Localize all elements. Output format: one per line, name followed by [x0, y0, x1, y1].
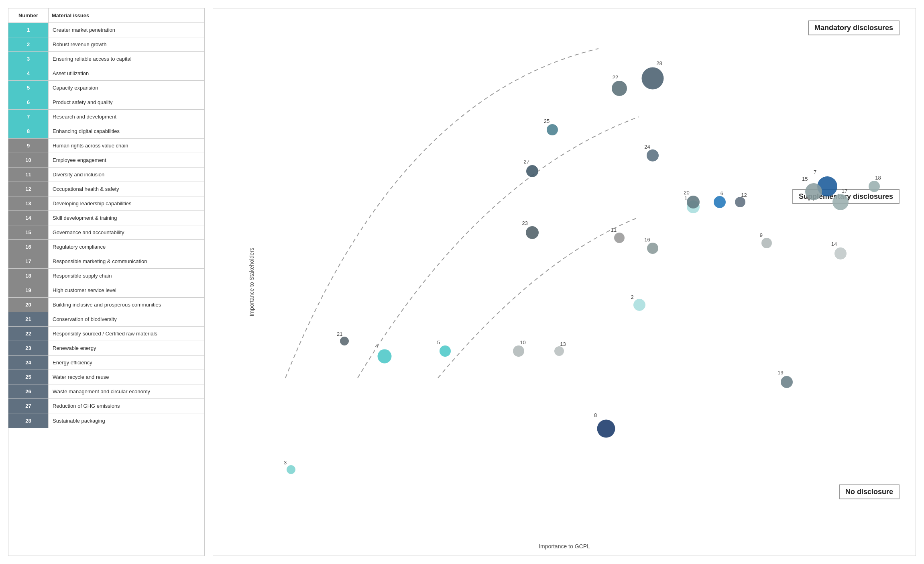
- row-issue: Research and development: [49, 110, 204, 124]
- row-number: 28: [8, 413, 49, 428]
- bubble-label-4: 4: [375, 343, 378, 349]
- bubble-label-25: 25: [544, 118, 550, 124]
- row-issue: Regulatory compliance: [49, 240, 204, 254]
- bubble-label-5: 5: [437, 339, 440, 345]
- bubble-label-27: 27: [524, 158, 529, 164]
- row-issue: Responsibly sourced / Certified raw mate…: [49, 327, 204, 341]
- row-number: 18: [8, 269, 49, 283]
- row-number: 6: [8, 95, 49, 109]
- row-number: 20: [8, 298, 49, 312]
- bubble-label-28: 28: [656, 60, 662, 66]
- bubble-10: [513, 345, 524, 357]
- bubble-label-8: 8: [594, 412, 597, 418]
- table-row: 17Responsible marketing & communication: [8, 254, 204, 269]
- table-row: 18Responsible supply chain: [8, 269, 204, 283]
- table-row: 23Renewable energy: [8, 341, 204, 356]
- row-issue: Asset utilization: [49, 66, 204, 80]
- bubble-label-13: 13: [560, 341, 566, 347]
- bubble-label-18: 18: [875, 175, 881, 181]
- bubble-container: 1234567891011121314151617181920212223242…: [237, 16, 908, 531]
- row-number: 11: [8, 168, 49, 182]
- row-number: 7: [8, 110, 49, 124]
- bubble-12: [735, 197, 745, 207]
- row-issue: Capacity expansion: [49, 81, 204, 95]
- row-issue: Responsible marketing & communication: [49, 254, 204, 268]
- bubble-label-3: 3: [284, 460, 287, 466]
- table-row: 1Greater market penetration: [8, 23, 204, 37]
- row-number: 12: [8, 182, 49, 196]
- row-issue: Sustainable packaging: [49, 413, 204, 428]
- row-number: 15: [8, 225, 49, 239]
- bubble-label-11: 11: [611, 227, 617, 233]
- table-body: 1Greater market penetration2Robust reven…: [8, 23, 204, 428]
- bubble-label-22: 22: [613, 74, 618, 80]
- table-header: Number Material issues: [8, 8, 204, 23]
- bubble-label-14: 14: [831, 241, 837, 247]
- row-number: 9: [8, 139, 49, 153]
- row-issue: Responsible supply chain: [49, 269, 204, 283]
- bubble-21: [340, 337, 349, 345]
- table-row: 8Enhancing digital capabilities: [8, 124, 204, 139]
- row-number: 17: [8, 254, 49, 268]
- row-number: 23: [8, 341, 49, 355]
- bubble-label-2: 2: [631, 294, 633, 300]
- row-issue: Greater market penetration: [49, 23, 204, 37]
- row-number: 2: [8, 37, 49, 51]
- row-issue: Enhancing digital capabilities: [49, 124, 204, 138]
- row-number: 21: [8, 312, 49, 326]
- bubble-18: [869, 181, 880, 192]
- bubble-23: [526, 226, 539, 239]
- bubble-11: [614, 233, 625, 243]
- row-number: 14: [8, 211, 49, 225]
- row-issue: Renewable energy: [49, 341, 204, 355]
- bubble-8: [597, 419, 615, 437]
- bubble-2: [633, 299, 645, 311]
- row-issue: Developing leadership capabilities: [49, 196, 204, 210]
- bubble-13: [554, 346, 564, 356]
- bubble-19: [781, 376, 793, 388]
- bubble-17: [832, 194, 849, 210]
- row-number: 3: [8, 52, 49, 66]
- table-row: 10Employee engagement: [8, 153, 204, 168]
- table-row: 11Diversity and inclusion: [8, 168, 204, 182]
- table-row: 12Occupational health & safety: [8, 182, 204, 196]
- row-issue: Waste management and circular economy: [49, 384, 204, 398]
- col-issues-header: Material issues: [49, 8, 204, 22]
- row-issue: Employee engagement: [49, 153, 204, 167]
- bubble-28: [642, 67, 664, 89]
- table-row: 20Building inclusive and prosperous comm…: [8, 298, 204, 312]
- table-row: 4Asset utilization: [8, 66, 204, 81]
- row-number: 16: [8, 240, 49, 254]
- bubble-label-9: 9: [760, 232, 763, 238]
- bubble-22: [612, 81, 627, 96]
- bubble-label-19: 19: [777, 370, 783, 376]
- row-issue: Skill development & training: [49, 211, 204, 225]
- bubble-16: [647, 243, 658, 254]
- table-row: 5Capacity expansion: [8, 81, 204, 95]
- row-issue: Product safety and quality: [49, 95, 204, 109]
- row-issue: Human rights across value chain: [49, 139, 204, 153]
- scatter-chart: Importance to Stakeholders Importance to…: [213, 8, 916, 556]
- row-number: 27: [8, 399, 49, 413]
- row-issue: Robust revenue growth: [49, 37, 204, 51]
- row-issue: Governance and accountability: [49, 225, 204, 239]
- row-issue: Ensuring reliable access to capital: [49, 52, 204, 66]
- bubble-label-10: 10: [520, 339, 525, 345]
- table-row: 16Regulatory compliance: [8, 240, 204, 254]
- table-row: 2Robust revenue growth: [8, 37, 204, 52]
- bubble-4: [378, 349, 392, 364]
- row-issue: Building inclusive and prosperous commun…: [49, 298, 204, 312]
- bubble-6: [714, 196, 726, 208]
- row-issue: Energy efficiency: [49, 356, 204, 370]
- table-row: 14Skill development & training: [8, 211, 204, 225]
- material-issues-table: Number Material issues 1Greater market p…: [8, 8, 205, 556]
- row-number: 13: [8, 196, 49, 210]
- bubble-label-21: 21: [337, 331, 342, 337]
- row-number: 1: [8, 23, 49, 37]
- row-number: 8: [8, 124, 49, 138]
- x-axis-label: Importance to GCPL: [539, 543, 590, 550]
- table-row: 27Reduction of GHG emissions: [8, 399, 204, 413]
- bubble-3: [287, 465, 295, 474]
- bubble-24: [647, 149, 659, 161]
- table-row: 28Sustainable packaging: [8, 413, 204, 428]
